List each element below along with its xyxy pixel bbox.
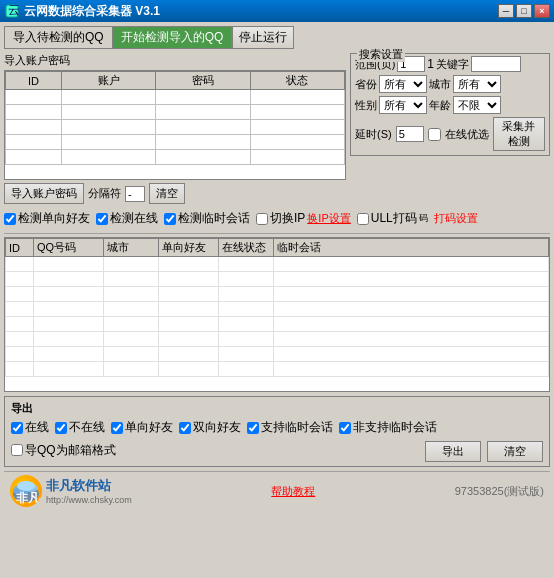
- account-buttons: 导入账户密码 分隔符 清空: [4, 183, 346, 204]
- window-title: 云网数据综合采集器 V3.1: [24, 3, 498, 20]
- province-select[interactable]: 所有: [379, 75, 427, 93]
- col-account: 账户: [61, 72, 155, 90]
- col-password: 密码: [156, 72, 250, 90]
- footer: 非凡 非凡软件站 http://www.chsky.com 帮助教程 97353…: [4, 471, 550, 510]
- export-oneway-checkbox[interactable]: [111, 422, 123, 434]
- minimize-button[interactable]: ─: [498, 4, 514, 18]
- export-oneway-item: 单向好友: [111, 419, 173, 436]
- svg-text:云: 云: [8, 4, 19, 17]
- table-row: [6, 135, 345, 150]
- check-temp-chat-checkbox[interactable]: [164, 213, 176, 225]
- tab-start-detect[interactable]: 开始检测导入的QQ: [112, 26, 233, 49]
- export-support-temp-label: 支持临时会话: [261, 419, 333, 436]
- result-row: [6, 257, 549, 272]
- main-content: 导入待检测的QQ 开始检测导入的QQ 停止运行 导入账户密码 ID 账户 密码 …: [0, 22, 554, 514]
- check-online-checkbox[interactable]: [96, 213, 108, 225]
- result-col-friend: 单向好友: [159, 239, 219, 257]
- export-label: 导出: [11, 401, 543, 416]
- export-button[interactable]: 导出: [425, 441, 481, 462]
- account-panel: 导入账户密码 ID 账户 密码 状态: [4, 53, 346, 204]
- maximize-button[interactable]: □: [516, 4, 532, 18]
- search-panel: 搜索设置 范围(页) 1 关键字 省份 所有 城市 所有: [350, 53, 550, 204]
- tab-import-qq[interactable]: 导入待检测的QQ: [4, 26, 112, 49]
- export-support-temp-checkbox[interactable]: [247, 422, 259, 434]
- check-friend-label: 检测单向好友: [18, 210, 90, 227]
- export-twoway-checkbox[interactable]: [179, 422, 191, 434]
- result-col-temp-chat: 临时会话: [274, 239, 549, 257]
- delay-input[interactable]: [396, 126, 424, 142]
- age-select[interactable]: 不限: [453, 96, 501, 114]
- detect-options-row: 检测单向好友 检测在线 检测临时会话 切换IP 换IP设置 ULL打码 码 打码…: [4, 208, 550, 229]
- check-friend-item: 检测单向好友: [4, 210, 90, 227]
- ull-sub-label: 码: [419, 212, 428, 225]
- separator-input[interactable]: [125, 186, 145, 202]
- export-twoway-label: 双向好友: [193, 419, 241, 436]
- close-button[interactable]: ×: [534, 4, 550, 18]
- result-col-qq: QQ号码: [34, 239, 104, 257]
- import-account-button[interactable]: 导入账户密码: [4, 183, 84, 204]
- check-temp-chat-label: 检测临时会话: [178, 210, 250, 227]
- help-link[interactable]: 帮助教程: [271, 484, 315, 499]
- gender-select[interactable]: 所有: [379, 96, 427, 114]
- table-row: [6, 90, 345, 105]
- switch-ip-label: 切换IP: [270, 210, 305, 227]
- check-online-item: 检测在线: [96, 210, 158, 227]
- export-online-item: 在线: [11, 419, 49, 436]
- tab-bar: 导入待检测的QQ 开始检测导入的QQ 停止运行: [4, 26, 550, 49]
- result-col-city: 城市: [104, 239, 159, 257]
- city-label: 城市: [429, 77, 451, 92]
- logo-text-block: 非凡软件站 http://www.chsky.com: [46, 477, 132, 505]
- col-status: 状态: [250, 72, 344, 90]
- online-prefer-checkbox[interactable]: [428, 128, 441, 141]
- result-row: [6, 272, 549, 287]
- result-row: [6, 332, 549, 347]
- online-prefer-label: 在线优选: [445, 127, 489, 142]
- ull-label: ULL打码: [371, 210, 417, 227]
- logo-sub-text: http://www.chsky.com: [46, 495, 132, 505]
- delay-row: 延时(S) 在线优选 采集并检测: [355, 117, 545, 151]
- window-controls: ─ □ ×: [498, 4, 550, 18]
- logo-icon: 非凡: [10, 475, 42, 507]
- export-offline-checkbox[interactable]: [55, 422, 67, 434]
- ull-checkbox[interactable]: [357, 213, 369, 225]
- export-twoway-item: 双向好友: [179, 419, 241, 436]
- ull-settings-link[interactable]: 打码设置: [434, 211, 478, 226]
- delay-label: 延时(S): [355, 127, 392, 142]
- search-group-box: 搜索设置 范围(页) 1 关键字 省份 所有 城市 所有: [350, 53, 550, 156]
- ip-settings-link[interactable]: 换IP设置: [307, 211, 350, 226]
- export-support-temp-item: 支持临时会话: [247, 419, 333, 436]
- export-no-support-temp-checkbox[interactable]: [339, 422, 351, 434]
- export-email-item: 导QQ为邮箱格式: [11, 442, 116, 459]
- result-row: [6, 317, 549, 332]
- check-temp-chat-item: 检测临时会话: [164, 210, 250, 227]
- version-text: 97353825(测试版): [455, 484, 544, 499]
- result-row: [6, 287, 549, 302]
- export-options-row1: 在线 不在线 单向好友 双向好友 支持临时会话 非支持临时会话: [11, 419, 543, 436]
- age-label: 年龄: [429, 98, 451, 113]
- check-friend-checkbox[interactable]: [4, 213, 16, 225]
- switch-ip-checkbox[interactable]: [256, 213, 268, 225]
- result-row: [6, 302, 549, 317]
- export-online-label: 在线: [25, 419, 49, 436]
- export-section: 导出 在线 不在线 单向好友 双向好友 支持临时会话: [4, 396, 550, 467]
- keyword-input[interactable]: [471, 56, 521, 72]
- export-email-checkbox[interactable]: [11, 444, 23, 456]
- check-online-label: 检测在线: [110, 210, 158, 227]
- logo-main-text: 非凡软件站: [46, 477, 132, 495]
- province-label: 省份: [355, 77, 377, 92]
- account-table-container: ID 账户 密码 状态: [4, 70, 346, 180]
- export-offline-item: 不在线: [55, 419, 105, 436]
- gender-row: 性别 所有 年龄 不限: [355, 96, 545, 114]
- clear-account-button[interactable]: 清空: [149, 183, 185, 204]
- stop-run-button[interactable]: 停止运行: [232, 26, 294, 49]
- collect-detect-button[interactable]: 采集并检测: [493, 117, 545, 151]
- result-table-container: ID QQ号码 城市 单向好友 在线状态 临时会话: [4, 237, 550, 392]
- result-row: [6, 362, 549, 377]
- city-select[interactable]: 所有: [453, 75, 501, 93]
- export-online-checkbox[interactable]: [11, 422, 23, 434]
- top-section: 导入账户密码 ID 账户 密码 状态: [4, 53, 550, 204]
- account-panel-label: 导入账户密码: [4, 53, 346, 68]
- export-no-support-temp-item: 非支持临时会话: [339, 419, 437, 436]
- title-bar: 云 云网数据综合采集器 V3.1 ─ □ ×: [0, 0, 554, 22]
- clear-export-button[interactable]: 清空: [487, 441, 543, 462]
